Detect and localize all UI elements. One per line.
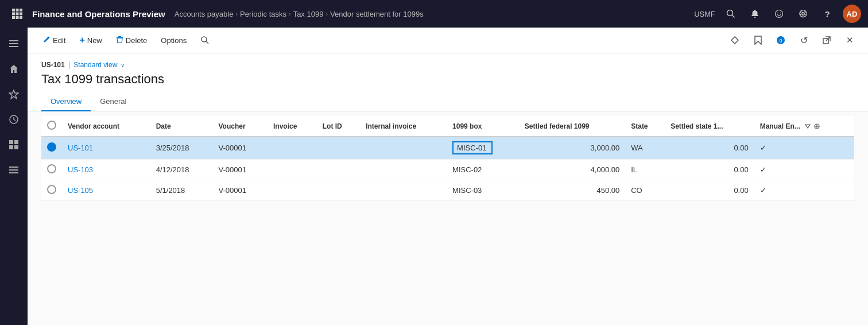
sidebar-favorites[interactable] bbox=[2, 83, 25, 106]
new-button[interactable]: + New bbox=[73, 32, 107, 48]
tab-general[interactable]: General bbox=[91, 92, 135, 111]
edit-button[interactable]: Edit bbox=[37, 33, 71, 48]
smiley-icon[interactable] bbox=[770, 5, 788, 22]
header-state[interactable]: State bbox=[625, 116, 665, 137]
tab-overview[interactable]: Overview bbox=[41, 92, 91, 111]
edit-icon bbox=[42, 36, 51, 45]
content-area: Edit + New Delete Options bbox=[28, 28, 868, 325]
search-icon-top[interactable] bbox=[722, 5, 739, 22]
question-icon[interactable]: ? bbox=[819, 5, 836, 22]
state-cell-1: WA bbox=[625, 137, 665, 160]
svg-rect-20 bbox=[14, 140, 18, 144]
box-1099-cell-1[interactable]: MISC-01 bbox=[447, 137, 519, 160]
svg-line-10 bbox=[733, 16, 735, 18]
state-cell-3: CO bbox=[625, 180, 665, 201]
org-label: USMF bbox=[694, 10, 715, 18]
delete-button[interactable]: Delete bbox=[110, 33, 153, 48]
row-radio-1[interactable] bbox=[47, 142, 56, 152]
bookmark-icon[interactable] bbox=[749, 31, 767, 49]
vendor-account-link-1[interactable]: US-101 bbox=[68, 144, 93, 152]
header-invoice[interactable]: Invoice bbox=[268, 116, 317, 137]
invoice-cell-3 bbox=[268, 180, 317, 201]
view-chevron-icon[interactable]: ∨ bbox=[121, 62, 125, 68]
internal-invoice-cell-3 bbox=[360, 180, 447, 201]
table-row[interactable]: US-103 4/12/2018 V-00001 MISC-02 4,000.0… bbox=[41, 160, 854, 180]
avatar[interactable]: AD bbox=[843, 5, 861, 23]
table-row[interactable]: US-105 5/1/2018 V-00001 MISC-03 450.00 C… bbox=[41, 180, 854, 201]
options-button[interactable]: Options bbox=[155, 33, 192, 48]
sidebar-recent[interactable] bbox=[2, 108, 25, 131]
header-internal-invoice[interactable]: Internal invoice bbox=[360, 116, 447, 137]
settled-federal-cell-3: 450.00 bbox=[519, 180, 625, 201]
breadcrumb-item-3[interactable]: Tax 1099 bbox=[293, 10, 324, 18]
lot-id-cell-3 bbox=[317, 180, 360, 201]
header-1099-box[interactable]: 1099 box bbox=[447, 116, 519, 137]
header-voucher[interactable]: Voucher bbox=[212, 116, 268, 137]
svg-rect-16 bbox=[9, 46, 18, 47]
diamond-icon[interactable] bbox=[726, 31, 744, 49]
svg-rect-24 bbox=[9, 169, 18, 171]
svg-rect-19 bbox=[9, 140, 13, 144]
refresh-icon[interactable]: ↺ bbox=[795, 31, 813, 49]
vendor-account-cell-2[interactable]: US-103 bbox=[62, 160, 150, 180]
box-1099-selected-1[interactable]: MISC-01 bbox=[452, 141, 493, 154]
settled-state-cell-2: 0.00 bbox=[665, 160, 754, 180]
header-settled-state[interactable]: Settled state 1... bbox=[665, 116, 754, 137]
vendor-account-cell[interactable]: US-101 bbox=[62, 137, 150, 160]
svg-rect-22 bbox=[14, 145, 18, 149]
manual-en-cell-2: ✓ bbox=[754, 160, 854, 180]
page-title: Tax 1099 transactions bbox=[41, 72, 854, 87]
row-radio-2[interactable] bbox=[47, 164, 56, 173]
app-grid-button[interactable] bbox=[7, 3, 28, 24]
gear-icon[interactable] bbox=[795, 5, 812, 22]
date-cell-3: 5/1/2018 bbox=[150, 180, 213, 201]
header-vendor-account[interactable]: Vendor account bbox=[62, 116, 150, 137]
internal-invoice-cell-1 bbox=[360, 137, 447, 160]
notification-badge-icon[interactable]: 0 bbox=[772, 31, 790, 49]
top-nav: Finance and Operations Preview Accounts … bbox=[0, 0, 868, 28]
select-all-checkbox[interactable] bbox=[47, 121, 56, 130]
breadcrumb-item-2[interactable]: Periodic tasks bbox=[240, 10, 286, 18]
vendor-account-cell-3[interactable]: US-105 bbox=[62, 180, 150, 201]
sidebar-home[interactable] bbox=[2, 57, 25, 80]
svg-rect-7 bbox=[16, 16, 19, 19]
svg-rect-0 bbox=[12, 9, 15, 11]
settled-federal-cell-1: 3,000.00 bbox=[519, 137, 625, 160]
box-1099-cell-2: MISC-02 bbox=[447, 160, 519, 180]
settled-federal-cell-2: 4,000.00 bbox=[519, 160, 625, 180]
lot-id-cell-1 bbox=[317, 137, 360, 160]
table-area: Vendor account Date Voucher Invoice Lot … bbox=[28, 111, 868, 325]
sidebar-workspace[interactable] bbox=[2, 133, 25, 156]
vendor-account-link-3[interactable]: US-105 bbox=[68, 186, 93, 195]
row-radio-cell-2[interactable] bbox=[41, 160, 62, 180]
row-radio-cell-3[interactable] bbox=[41, 180, 62, 201]
header-manual-en[interactable]: Manual En... bbox=[754, 116, 854, 137]
svg-rect-2 bbox=[20, 9, 22, 11]
svg-rect-1 bbox=[16, 9, 19, 11]
header-lot-id[interactable]: Lot ID bbox=[317, 116, 360, 137]
vendor-account-link-2[interactable]: US-103 bbox=[68, 165, 93, 174]
breadcrumb-sep-1: › bbox=[235, 10, 238, 17]
search-button[interactable] bbox=[195, 33, 215, 48]
vendor-id-label: US-101 bbox=[41, 61, 65, 69]
header-settled-federal[interactable]: Settled federal 1099 bbox=[519, 116, 625, 137]
close-icon[interactable]: ✕ bbox=[840, 31, 859, 49]
view-name-selector[interactable]: Standard view bbox=[73, 61, 117, 69]
breadcrumb-item-1[interactable]: Accounts payable bbox=[175, 10, 234, 18]
row-radio-cell[interactable] bbox=[41, 137, 62, 160]
row-radio-3[interactable] bbox=[47, 185, 56, 194]
sidebar-modules[interactable] bbox=[2, 158, 25, 181]
sidebar-hamburger[interactable] bbox=[2, 32, 25, 55]
bell-icon[interactable] bbox=[746, 5, 764, 22]
breadcrumb-item-4[interactable]: Vendor settlement for 1099s bbox=[330, 10, 424, 18]
settled-state-cell-3: 0.00 bbox=[665, 180, 754, 201]
svg-text:0: 0 bbox=[779, 38, 782, 44]
manual-en-cell-1: ✓ bbox=[754, 137, 854, 160]
popout-icon[interactable] bbox=[817, 31, 836, 49]
svg-point-29 bbox=[202, 37, 207, 42]
svg-line-30 bbox=[206, 41, 208, 44]
state-cell-2: IL bbox=[625, 160, 665, 180]
table-row[interactable]: US-101 3/25/2018 V-00001 MISC-01 3,000.0… bbox=[41, 137, 854, 160]
box-1099-cell-3: MISC-03 bbox=[447, 180, 519, 201]
header-date[interactable]: Date bbox=[150, 116, 213, 137]
